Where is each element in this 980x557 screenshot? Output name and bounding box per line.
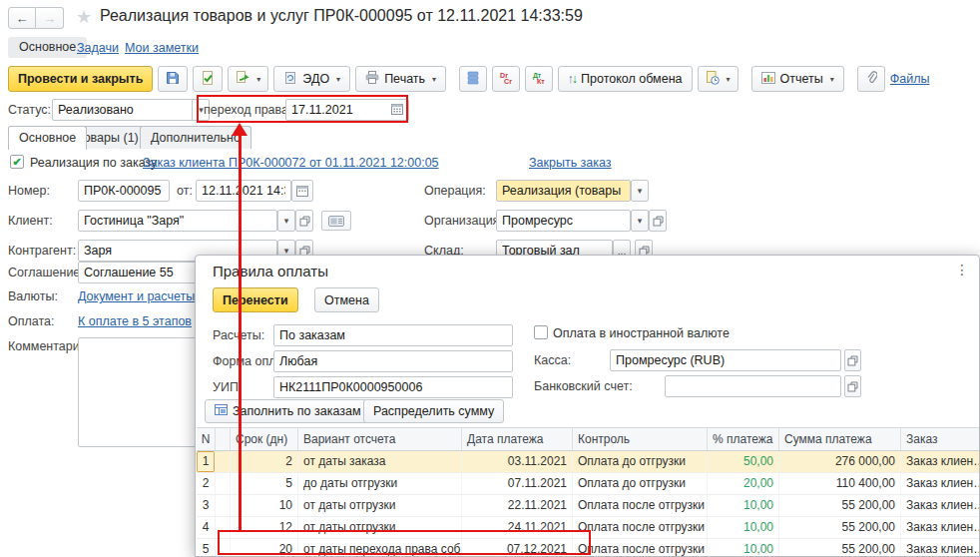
cell-date[interactable]: 24.11.2021	[462, 517, 573, 538]
operation-dropdown-icon[interactable]: ▾	[631, 180, 649, 202]
create-based-on-button[interactable]: ▾	[228, 66, 268, 92]
cell-control[interactable]: Оплата после отгрузки	[573, 517, 708, 538]
cell-marker[interactable]	[216, 451, 231, 472]
cell-sum[interactable]: 55 200,00	[779, 539, 901, 557]
cell-variant[interactable]: от даты заказа	[298, 451, 462, 472]
cell-marker[interactable]	[216, 539, 231, 557]
client-dropdown-icon[interactable]: ▾	[277, 210, 295, 232]
column-header[interactable]: Контроль	[573, 428, 708, 450]
cell-order[interactable]: Заказ клиен…	[901, 517, 980, 538]
favorite-star-icon[interactable]: ★	[76, 6, 92, 28]
organization-open-icon[interactable]	[649, 210, 667, 232]
dr-cr-button[interactable]: DrCr	[492, 66, 520, 92]
column-header[interactable]: Вариант отсчета	[298, 428, 462, 450]
cell-n[interactable]: 2	[197, 473, 216, 494]
back-button[interactable]: ←	[8, 7, 36, 29]
cell-variant[interactable]: до даты отгрузки	[298, 473, 462, 494]
column-header[interactable]: Срок (дн)	[231, 428, 298, 450]
nav-tab-notes[interactable]: Мои заметки	[125, 41, 199, 55]
cell-control[interactable]: Оплата до отгрузки	[573, 451, 708, 472]
tab-additional[interactable]: Дополнительно	[140, 126, 251, 149]
cell-control[interactable]: Оплата после отгрузки	[573, 539, 708, 557]
cell-order[interactable]: Заказ клиен…	[901, 451, 980, 472]
cell-percent[interactable]: 10,00	[708, 539, 779, 557]
organization-input[interactable]	[496, 210, 631, 232]
foreign-currency-checkbox[interactable]	[534, 325, 548, 339]
status-select[interactable]: Реализовано	[52, 99, 210, 121]
cell-order[interactable]: Заказ клиен…	[901, 495, 980, 516]
cell-sum[interactable]: 276 000,00	[779, 451, 901, 472]
cell-term[interactable]: 10	[231, 495, 298, 516]
cell-sum[interactable]: 55 200,00	[779, 495, 901, 516]
cell-variant[interactable]: от даты отгрузки	[298, 495, 462, 516]
operation-input[interactable]	[496, 180, 631, 202]
currencies-link[interactable]: Документ и расчеты:	[78, 289, 199, 303]
bank-account-open-icon[interactable]	[844, 375, 861, 397]
close-order-link[interactable]: Закрыть заказ	[529, 156, 612, 170]
cell-variant[interactable]: от даты отгрузки	[298, 517, 462, 538]
table-row[interactable]: 2 5 до даты отгрузки 07.11.2021 Оплата д…	[197, 473, 980, 495]
fill-by-orders-button[interactable]: Заполнить по заказам	[205, 399, 371, 423]
cell-variant[interactable]: от даты перехода права соб…	[298, 539, 462, 557]
client-card-button[interactable]	[321, 211, 351, 231]
organization-dropdown-icon[interactable]: ▾	[631, 210, 649, 232]
client-open-icon[interactable]	[295, 210, 313, 232]
cell-marker[interactable]	[216, 495, 231, 516]
cell-percent[interactable]: 50,00	[708, 451, 779, 472]
forward-button[interactable]: →	[36, 7, 64, 29]
agreement-input[interactable]	[78, 262, 208, 283]
cell-percent[interactable]: 20,00	[708, 473, 779, 494]
cell-date[interactable]: 03.11.2021	[462, 451, 573, 472]
cell-sum[interactable]: 110 400,00	[779, 473, 901, 494]
cell-control[interactable]: Оплата после отгрузки	[573, 495, 708, 516]
cashbox-open-icon[interactable]	[844, 349, 861, 371]
distribute-sum-button[interactable]: Распределить сумму	[363, 399, 504, 423]
cell-control[interactable]: Оплата до отгрузки	[573, 473, 708, 494]
reports-button[interactable]: Отчеты▾	[751, 66, 844, 92]
cashbox-input[interactable]	[610, 349, 841, 371]
cell-marker[interactable]	[216, 517, 231, 538]
print-button[interactable]: Печать▾	[355, 66, 446, 92]
dt-kt-button[interactable]: ДтКт	[525, 66, 553, 92]
table-row[interactable]: 1 2 от даты заказа 03.11.2021 Оплата до …	[197, 451, 980, 473]
bank-account-input[interactable]	[665, 375, 841, 397]
cell-order[interactable]: Заказ клиен…	[901, 473, 980, 494]
cell-n[interactable]: 3	[197, 495, 216, 516]
post-document-button[interactable]	[193, 66, 223, 92]
tab-main[interactable]: Основное	[8, 126, 87, 150]
cell-term[interactable]: 20	[231, 539, 298, 557]
files-link[interactable]: Файлы	[890, 72, 930, 86]
column-header[interactable]: Дата платежа	[462, 428, 573, 450]
cell-percent[interactable]: 10,00	[708, 495, 779, 516]
cell-marker[interactable]	[216, 473, 231, 494]
column-header[interactable]: N	[197, 428, 216, 450]
cell-n[interactable]: 4	[197, 517, 216, 538]
uip-input[interactable]	[273, 376, 513, 398]
table-row-highlighted[interactable]: 5 20 от даты перехода права соб… 07.12.2…	[197, 539, 980, 557]
cell-n[interactable]: 1	[197, 451, 216, 472]
number-input[interactable]	[78, 180, 170, 202]
table-row[interactable]: 3 10 от даты отгрузки 22.11.2021 Оплата …	[197, 495, 980, 517]
post-and-close-button[interactable]: Провести и закрыть	[8, 66, 153, 92]
exchange-protocol-button[interactable]: ↑↓Протокол обмена	[558, 66, 693, 92]
column-header[interactable]	[216, 428, 231, 450]
by-order-checkbox[interactable]: ✔	[10, 155, 24, 169]
client-input[interactable]	[78, 210, 277, 232]
table-row[interactable]: 4 12 от даты отгрузки 24.11.2021 Оплата …	[197, 517, 980, 539]
transfer-button[interactable]: Перенести	[213, 287, 298, 312]
doc-date-calendar-button[interactable]	[291, 180, 313, 202]
cell-percent[interactable]: 10,00	[708, 517, 779, 538]
register-records-button[interactable]	[459, 66, 487, 92]
edo-button[interactable]: ЭДО▾	[273, 66, 350, 92]
cell-term[interactable]: 5	[231, 473, 298, 494]
cell-order[interactable]: Заказ клиен…	[901, 539, 980, 557]
column-header[interactable]: % платежа	[708, 428, 779, 450]
cell-date[interactable]: 22.11.2021	[462, 495, 573, 516]
dialog-menu-icon[interactable]: ⋮	[955, 262, 969, 278]
nav-tab-tasks[interactable]: Задачи	[77, 41, 119, 55]
cell-term[interactable]: 2	[231, 451, 298, 472]
cancel-button[interactable]: Отмена	[314, 287, 379, 312]
nav-tab-main[interactable]: Основное	[8, 37, 87, 58]
attachments-button[interactable]	[857, 66, 885, 92]
calendar-icon[interactable]	[391, 103, 403, 118]
